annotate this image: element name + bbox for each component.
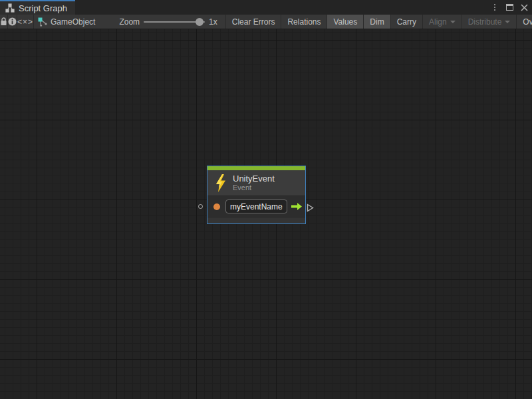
edit-source-button[interactable]: <×> [17,15,34,29]
graph-canvas[interactable]: UnityEvent Event [0,29,532,399]
zoom-control: Zoom 1x [102,15,222,29]
flow-arrow-icon [291,202,303,211]
node-title: UnityEvent [233,174,275,184]
zoom-slider-handle[interactable] [196,18,203,26]
node-subtitle: Event [233,184,275,192]
toolbar-buttons: Clear Errors Relations Values Dim Carry … [225,15,532,29]
lock-button[interactable] [0,15,8,29]
event-name-field[interactable] [225,200,287,213]
carry-toggle[interactable]: Carry [390,15,422,29]
chevron-down-icon [450,21,456,23]
values-toggle[interactable]: Values [327,15,363,29]
graph-target[interactable]: GameObject [34,15,102,29]
script-graph-window: Script Graph [0,0,532,399]
value-port-dot[interactable] [213,203,220,210]
clear-errors-button[interactable]: Clear Errors [225,15,281,29]
distribute-dropdown[interactable]: Distribute [462,15,517,29]
relations-button[interactable]: Relations [281,15,327,29]
lightning-bolt-icon [214,174,227,192]
close-icon[interactable] [519,2,529,13]
node-unityevent[interactable]: UnityEvent Event [207,166,306,224]
tab-bar: Script Graph [0,0,532,15]
node-footer [207,217,305,223]
tab-script-graph[interactable]: Script Graph [0,0,75,15]
control-output-port[interactable] [307,203,314,215]
info-button[interactable] [8,15,17,29]
tab-label: Script Graph [19,3,67,13]
dim-toggle[interactable]: Dim [363,15,390,29]
code-icon: <×> [17,17,33,27]
zoom-slider[interactable] [144,21,205,23]
maximize-icon[interactable] [504,2,515,13]
zoom-label: Zoom [119,17,140,27]
node-header[interactable]: UnityEvent Event [207,170,305,196]
align-dropdown[interactable]: Align [422,15,462,29]
toolbar: <×> GameObject Zoom 1x Clea [0,15,532,29]
control-input-port[interactable] [198,204,203,209]
script-graph-asset-icon [38,17,47,27]
chevron-down-icon [505,21,510,23]
window-controls [489,0,529,15]
node-body [207,196,305,217]
lock-icon [0,17,7,26]
zoom-value: 1x [209,17,217,27]
kebab-menu-icon[interactable] [489,2,500,13]
info-icon [8,17,17,26]
graph-target-label: GameObject [51,17,95,27]
graph-icon [5,3,15,13]
overview-button[interactable]: Overv [516,15,532,29]
